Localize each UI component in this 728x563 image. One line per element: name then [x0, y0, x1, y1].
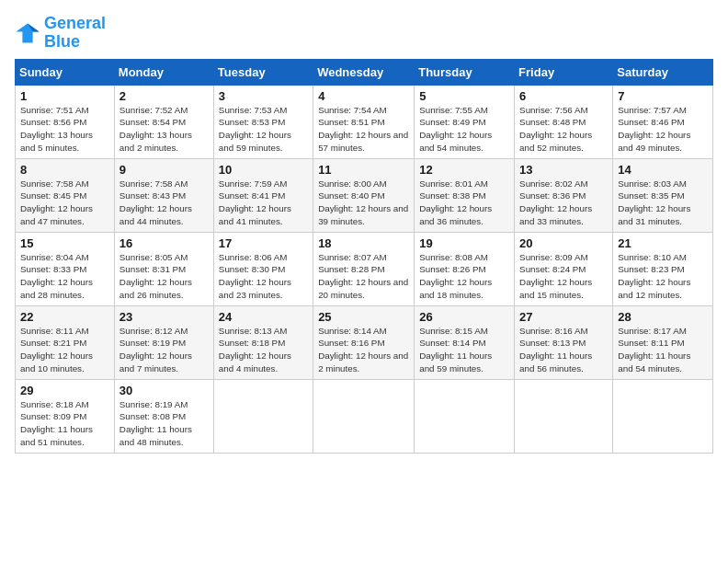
- calendar-header-row: SundayMondayTuesdayWednesdayThursdayFrid…: [16, 59, 713, 85]
- day-header-tuesday: Tuesday: [213, 59, 313, 85]
- day-header-saturday: Saturday: [613, 59, 713, 85]
- day-info: Sunrise: 7:59 AMSunset: 8:41 PMDaylight:…: [219, 178, 308, 228]
- day-header-wednesday: Wednesday: [313, 59, 415, 85]
- day-info: Sunrise: 7:58 AMSunset: 8:43 PMDaylight:…: [119, 178, 209, 228]
- day-info: Sunrise: 8:01 AMSunset: 8:38 PMDaylight:…: [419, 178, 509, 228]
- calendar-cell: [415, 379, 515, 453]
- calendar-week-1: 1Sunrise: 7:51 AMSunset: 8:56 PMDaylight…: [16, 85, 713, 158]
- day-number: 23: [119, 310, 209, 324]
- day-number: 4: [318, 89, 409, 103]
- calendar-cell: 4Sunrise: 7:54 AMSunset: 8:51 PMDaylight…: [313, 85, 415, 158]
- calendar-cell: 16Sunrise: 8:05 AMSunset: 8:31 PMDayligh…: [114, 232, 213, 305]
- calendar-cell: [213, 379, 313, 453]
- day-info: Sunrise: 8:11 AMSunset: 8:21 PMDaylight:…: [20, 325, 109, 375]
- day-info: Sunrise: 8:09 AMSunset: 8:24 PMDaylight:…: [519, 251, 608, 302]
- calendar-cell: 7Sunrise: 7:57 AMSunset: 8:46 PMDaylight…: [613, 85, 713, 158]
- day-info: Sunrise: 8:04 AMSunset: 8:33 PMDaylight:…: [20, 251, 109, 302]
- calendar-cell: 22Sunrise: 8:11 AMSunset: 8:21 PMDayligh…: [16, 305, 115, 379]
- day-number: 5: [419, 89, 509, 103]
- logo-text: General Blue: [44, 15, 106, 52]
- day-number: 26: [419, 310, 509, 324]
- day-info: Sunrise: 8:02 AMSunset: 8:36 PMDaylight:…: [519, 178, 608, 228]
- day-info: Sunrise: 7:58 AMSunset: 8:45 PMDaylight:…: [20, 178, 109, 228]
- calendar-cell: 24Sunrise: 8:13 AMSunset: 8:18 PMDayligh…: [213, 305, 313, 379]
- day-number: 16: [119, 236, 209, 250]
- day-info: Sunrise: 8:14 AMSunset: 8:16 PMDaylight:…: [318, 325, 409, 375]
- calendar-table: SundayMondayTuesdayWednesdayThursdayFrid…: [15, 59, 713, 454]
- calendar-cell: 1Sunrise: 7:51 AMSunset: 8:56 PMDaylight…: [16, 85, 115, 158]
- day-info: Sunrise: 7:52 AMSunset: 8:54 PMDaylight:…: [119, 104, 209, 155]
- day-number: 6: [519, 89, 608, 103]
- calendar-cell: 12Sunrise: 8:01 AMSunset: 8:38 PMDayligh…: [415, 158, 515, 232]
- calendar-cell: 23Sunrise: 8:12 AMSunset: 8:19 PMDayligh…: [114, 305, 213, 379]
- day-info: Sunrise: 8:05 AMSunset: 8:31 PMDaylight:…: [119, 251, 209, 302]
- day-number: 11: [318, 163, 409, 177]
- calendar-week-2: 8Sunrise: 7:58 AMSunset: 8:45 PMDaylight…: [16, 158, 713, 232]
- day-info: Sunrise: 8:06 AMSunset: 8:30 PMDaylight:…: [219, 251, 308, 302]
- calendar-cell: 19Sunrise: 8:08 AMSunset: 8:26 PMDayligh…: [415, 232, 515, 305]
- day-info: Sunrise: 7:56 AMSunset: 8:48 PMDaylight:…: [519, 104, 608, 155]
- day-header-monday: Monday: [114, 59, 213, 85]
- day-info: Sunrise: 8:00 AMSunset: 8:40 PMDaylight:…: [318, 178, 409, 228]
- day-info: Sunrise: 7:53 AMSunset: 8:53 PMDaylight:…: [219, 104, 308, 155]
- calendar-cell: 26Sunrise: 8:15 AMSunset: 8:14 PMDayligh…: [415, 305, 515, 379]
- day-info: Sunrise: 8:07 AMSunset: 8:28 PMDaylight:…: [318, 251, 409, 302]
- calendar-cell: 14Sunrise: 8:03 AMSunset: 8:35 PMDayligh…: [613, 158, 713, 232]
- day-number: 7: [618, 89, 708, 103]
- day-number: 28: [618, 310, 708, 324]
- day-info: Sunrise: 8:03 AMSunset: 8:35 PMDaylight:…: [618, 178, 708, 228]
- calendar-week-4: 22Sunrise: 8:11 AMSunset: 8:21 PMDayligh…: [16, 305, 713, 379]
- day-number: 13: [519, 163, 608, 177]
- calendar-cell: 13Sunrise: 8:02 AMSunset: 8:36 PMDayligh…: [515, 158, 613, 232]
- logo-icon: [15, 20, 40, 46]
- calendar-cell: 10Sunrise: 7:59 AMSunset: 8:41 PMDayligh…: [213, 158, 313, 232]
- day-info: Sunrise: 7:55 AMSunset: 8:49 PMDaylight:…: [419, 104, 509, 155]
- calendar-week-3: 15Sunrise: 8:04 AMSunset: 8:33 PMDayligh…: [16, 232, 713, 305]
- calendar-cell: 18Sunrise: 8:07 AMSunset: 8:28 PMDayligh…: [313, 232, 415, 305]
- day-header-sunday: Sunday: [16, 59, 115, 85]
- calendar-cell: [613, 379, 713, 453]
- day-number: 22: [20, 310, 109, 324]
- calendar-cell: 2Sunrise: 7:52 AMSunset: 8:54 PMDaylight…: [114, 85, 213, 158]
- day-number: 12: [419, 163, 509, 177]
- logo: General Blue: [15, 15, 106, 52]
- day-number: 8: [20, 163, 109, 177]
- day-number: 14: [618, 163, 708, 177]
- day-info: Sunrise: 8:15 AMSunset: 8:14 PMDaylight:…: [419, 325, 509, 375]
- day-info: Sunrise: 8:16 AMSunset: 8:13 PMDaylight:…: [519, 325, 608, 375]
- calendar-cell: 6Sunrise: 7:56 AMSunset: 8:48 PMDaylight…: [515, 85, 613, 158]
- day-info: Sunrise: 8:17 AMSunset: 8:11 PMDaylight:…: [618, 325, 708, 375]
- day-number: 19: [419, 236, 509, 250]
- day-header-friday: Friday: [515, 59, 613, 85]
- day-number: 20: [519, 236, 608, 250]
- calendar-cell: 29Sunrise: 8:18 AMSunset: 8:09 PMDayligh…: [16, 379, 115, 453]
- day-number: 29: [20, 384, 109, 397]
- calendar-week-5: 29Sunrise: 8:18 AMSunset: 8:09 PMDayligh…: [16, 379, 713, 453]
- calendar-cell: 11Sunrise: 8:00 AMSunset: 8:40 PMDayligh…: [313, 158, 415, 232]
- calendar-cell: 21Sunrise: 8:10 AMSunset: 8:23 PMDayligh…: [613, 232, 713, 305]
- calendar-cell: 9Sunrise: 7:58 AMSunset: 8:43 PMDaylight…: [114, 158, 213, 232]
- day-info: Sunrise: 8:13 AMSunset: 8:18 PMDaylight:…: [219, 325, 308, 375]
- day-info: Sunrise: 7:57 AMSunset: 8:46 PMDaylight:…: [618, 104, 708, 155]
- calendar-cell: 8Sunrise: 7:58 AMSunset: 8:45 PMDaylight…: [16, 158, 115, 232]
- calendar-cell: [313, 379, 415, 453]
- day-number: 17: [219, 236, 308, 250]
- day-number: 2: [119, 89, 209, 103]
- calendar-cell: 17Sunrise: 8:06 AMSunset: 8:30 PMDayligh…: [213, 232, 313, 305]
- calendar-cell: 20Sunrise: 8:09 AMSunset: 8:24 PMDayligh…: [515, 232, 613, 305]
- day-info: Sunrise: 7:54 AMSunset: 8:51 PMDaylight:…: [318, 104, 409, 155]
- day-number: 24: [219, 310, 308, 324]
- day-info: Sunrise: 8:18 AMSunset: 8:09 PMDaylight:…: [20, 398, 109, 449]
- calendar-body: 1Sunrise: 7:51 AMSunset: 8:56 PMDaylight…: [16, 85, 713, 453]
- day-number: 27: [519, 310, 608, 324]
- day-number: 3: [219, 89, 308, 103]
- calendar-cell: 30Sunrise: 8:19 AMSunset: 8:08 PMDayligh…: [114, 379, 213, 453]
- calendar-cell: 28Sunrise: 8:17 AMSunset: 8:11 PMDayligh…: [613, 305, 713, 379]
- calendar-cell: 5Sunrise: 7:55 AMSunset: 8:49 PMDaylight…: [415, 85, 515, 158]
- day-info: Sunrise: 8:12 AMSunset: 8:19 PMDaylight:…: [119, 325, 209, 375]
- header: General Blue: [15, 15, 713, 52]
- day-number: 1: [20, 89, 109, 103]
- day-header-thursday: Thursday: [415, 59, 515, 85]
- day-number: 15: [20, 236, 109, 250]
- calendar-cell: 25Sunrise: 8:14 AMSunset: 8:16 PMDayligh…: [313, 305, 415, 379]
